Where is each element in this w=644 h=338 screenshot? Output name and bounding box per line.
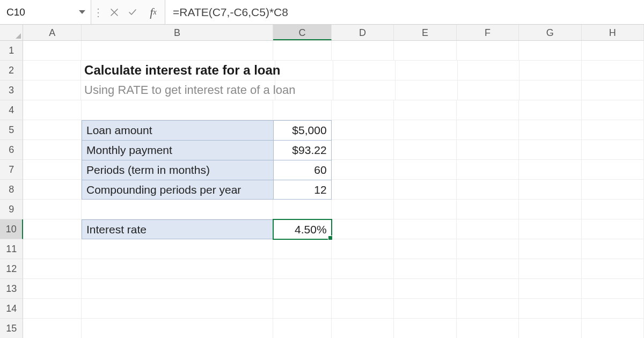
cell[interactable]: [82, 279, 273, 299]
input-value[interactable]: 60: [273, 160, 332, 180]
cell[interactable]: [82, 319, 273, 338]
cell[interactable]: [582, 100, 644, 120]
cell[interactable]: [394, 120, 456, 140]
cell[interactable]: [458, 61, 520, 80]
cell[interactable]: [394, 41, 456, 61]
cell[interactable]: [332, 200, 394, 219]
row-header[interactable]: 1: [0, 41, 23, 61]
cell[interactable]: [582, 279, 644, 299]
col-header-F[interactable]: F: [457, 25, 519, 40]
cell[interactable]: [519, 120, 581, 140]
cell[interactable]: [396, 80, 458, 100]
cell[interactable]: [519, 140, 581, 160]
cell[interactable]: [23, 219, 82, 239]
result-value[interactable]: 4.50%: [273, 219, 332, 239]
cell[interactable]: [273, 259, 332, 279]
cell[interactable]: [519, 41, 581, 61]
cell[interactable]: [582, 140, 644, 160]
input-label[interactable]: Periods (term in months): [82, 160, 273, 180]
input-label[interactable]: Loan amount: [82, 120, 273, 140]
input-value[interactable]: $93.22: [273, 140, 332, 160]
cell[interactable]: [23, 180, 82, 200]
cell[interactable]: [519, 319, 581, 338]
cell[interactable]: [519, 100, 581, 120]
cell[interactable]: [457, 41, 519, 61]
row-header[interactable]: 3: [0, 80, 23, 100]
cell[interactable]: [394, 299, 456, 319]
name-box[interactable]: C10: [0, 0, 91, 24]
cell[interactable]: [582, 219, 644, 239]
cell[interactable]: [457, 299, 519, 319]
col-header-C[interactable]: C: [273, 25, 332, 40]
cell[interactable]: [82, 239, 273, 259]
cell[interactable]: [332, 160, 394, 180]
cell[interactable]: [582, 239, 644, 259]
page-subtitle[interactable]: Using RATE to get interest rate of a loa…: [81, 80, 275, 100]
cell[interactable]: [519, 299, 581, 319]
insert-function-button[interactable]: fx: [142, 0, 165, 24]
page-title[interactable]: Calculate interest rate for a loan: [81, 61, 275, 80]
cell[interactable]: [394, 100, 456, 120]
cell[interactable]: [333, 80, 396, 100]
cell[interactable]: [332, 100, 394, 120]
cell[interactable]: [582, 120, 644, 140]
row-header[interactable]: 10: [0, 219, 23, 239]
cell[interactable]: [332, 41, 394, 61]
cell[interactable]: [23, 100, 82, 120]
formula-input[interactable]: [165, 0, 644, 24]
cell[interactable]: [23, 80, 81, 100]
cell[interactable]: [23, 160, 82, 180]
cell[interactable]: [82, 259, 273, 279]
cell[interactable]: [582, 319, 644, 338]
cell[interactable]: [332, 219, 394, 239]
cell[interactable]: [519, 200, 581, 219]
cell[interactable]: [519, 259, 581, 279]
cell[interactable]: [332, 120, 394, 140]
cell[interactable]: [394, 160, 456, 180]
cell[interactable]: [396, 61, 458, 80]
cell[interactable]: [458, 80, 520, 100]
cell[interactable]: [519, 80, 582, 100]
col-header-B[interactable]: B: [82, 25, 273, 40]
input-label[interactable]: Monthly payment: [82, 140, 273, 160]
cell[interactable]: [23, 140, 82, 160]
row-header[interactable]: 11: [0, 239, 23, 259]
row-header[interactable]: 14: [0, 299, 23, 319]
cell[interactable]: [457, 120, 519, 140]
col-header-H[interactable]: H: [582, 25, 644, 40]
cell[interactable]: [457, 219, 519, 239]
input-value[interactable]: $5,000: [273, 120, 332, 140]
row-header[interactable]: 5: [0, 120, 23, 140]
cell[interactable]: [273, 319, 332, 338]
cell[interactable]: [332, 319, 394, 338]
cell[interactable]: [23, 279, 82, 299]
cell[interactable]: [394, 239, 456, 259]
cell[interactable]: [457, 239, 519, 259]
result-label[interactable]: Interest rate: [82, 219, 273, 239]
cell[interactable]: [23, 120, 82, 140]
enter-formula-button[interactable]: [123, 0, 142, 24]
cell[interactable]: [582, 80, 644, 100]
cell[interactable]: [273, 299, 332, 319]
cell[interactable]: [519, 239, 581, 259]
cell[interactable]: [273, 279, 332, 299]
cell[interactable]: [332, 299, 394, 319]
cell[interactable]: [23, 319, 82, 338]
cell[interactable]: [519, 61, 582, 80]
row-header[interactable]: 12: [0, 259, 23, 279]
cell[interactable]: [394, 140, 456, 160]
cell[interactable]: [394, 279, 456, 299]
cell[interactable]: [23, 41, 82, 61]
row-header[interactable]: 7: [0, 160, 23, 180]
spreadsheet-grid[interactable]: A B C D E F G H 1 2 Calculate interest r…: [0, 25, 644, 338]
cell[interactable]: [23, 299, 82, 319]
cell[interactable]: [457, 319, 519, 338]
cell[interactable]: [519, 180, 581, 200]
cell[interactable]: [394, 219, 456, 239]
cell[interactable]: [394, 200, 456, 219]
cell[interactable]: [394, 259, 456, 279]
row-header[interactable]: 8: [0, 180, 23, 200]
cell[interactable]: [457, 100, 519, 120]
cell[interactable]: [457, 200, 519, 219]
cell[interactable]: [582, 259, 644, 279]
